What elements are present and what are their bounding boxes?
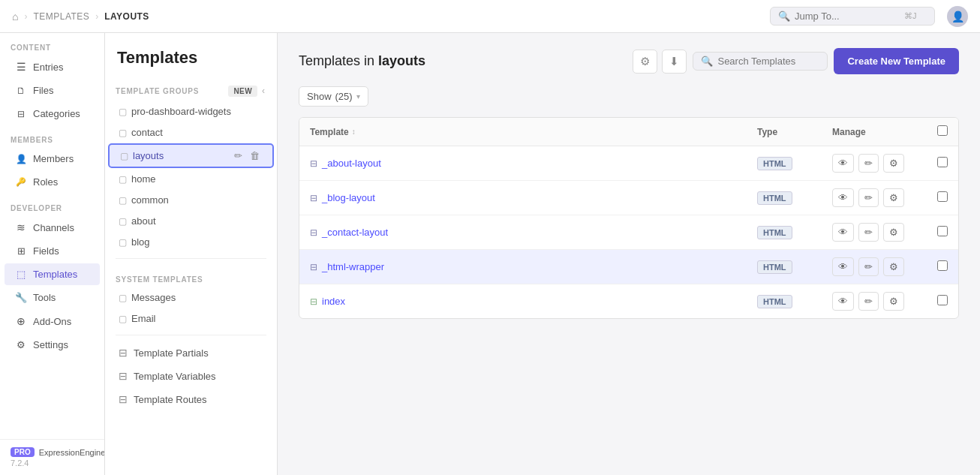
settings-button-index[interactable]: ⚙ (883, 292, 904, 311)
edit-button-_about-layout[interactable]: ✏ (858, 154, 879, 173)
sidebar-item-fields[interactable]: ⊞ Fields (5, 240, 100, 262)
edit-button-_html-wrapper[interactable]: ✏ (858, 257, 879, 276)
sidebar-item-settings[interactable]: ⚙ Settings (5, 334, 100, 356)
settings-gear-button[interactable]: ⚙ (633, 50, 657, 74)
system-group-email[interactable]: ▢ Email (108, 308, 274, 329)
edit-button-index[interactable]: ✏ (858, 292, 879, 311)
search-templates-box[interactable]: 🔍 (693, 52, 828, 71)
view-button-_about-layout[interactable]: 👁 (832, 154, 854, 173)
folder-icon-messages: ▢ (119, 293, 127, 303)
group-label-common: common (131, 194, 169, 206)
delete-group-button[interactable]: 🗑 (248, 149, 262, 162)
edit-button-_blog-layout[interactable]: ✏ (858, 188, 879, 207)
sidebar-item-files[interactable]: 🗋 Files (5, 80, 100, 101)
col-header-template[interactable]: Template ↕ (299, 118, 747, 146)
cell-check-index[interactable] (927, 284, 958, 319)
export-button[interactable]: ⬇ (662, 50, 687, 74)
row-checkbox-_blog-layout[interactable] (937, 191, 948, 202)
group-item-pro-dashboard-widgets[interactable]: ▢ pro-dashboard-widgets (108, 101, 274, 122)
sidebar-item-roles[interactable]: 🔑 Roles (5, 171, 100, 193)
cell-check-_blog-layout[interactable] (927, 181, 958, 215)
shortcut-badge: ⌘J (904, 11, 917, 21)
template-name-link-_contact-layout[interactable]: ⊟ _contact-layout (310, 227, 736, 238)
sidebar-item-addons[interactable]: ⊕ Add-Ons (5, 310, 100, 332)
row-checkbox-index[interactable] (937, 295, 948, 305)
sidebar-item-tools[interactable]: 🔧 Tools (5, 287, 100, 308)
layout-icon: ⊟ (310, 296, 317, 307)
table-row: ⊟ _about-layout HTML 👁 ✏ ⚙ (299, 146, 958, 181)
jump-to-input[interactable] (795, 11, 900, 22)
group-label-home: home (131, 173, 156, 185)
view-button-_contact-layout[interactable]: 👁 (832, 223, 854, 242)
create-template-button[interactable]: Create New Template (834, 48, 959, 74)
edit-button-_contact-layout[interactable]: ✏ (858, 223, 879, 242)
collapse-groups-button[interactable]: ‹ (260, 84, 266, 98)
cell-check-_about-layout[interactable] (927, 146, 958, 181)
addons-icon: ⊕ (15, 315, 27, 327)
group-item-about[interactable]: ▢ about (108, 211, 274, 231)
sidebar-item-templates[interactable]: ⬚ Templates (5, 263, 100, 285)
sidebar-footer: PRO ExpressionEngine 7.2.4 (0, 439, 104, 475)
type-badge-_blog-layout: HTML (757, 191, 792, 205)
system-group-messages[interactable]: ▢ Messages (108, 287, 274, 308)
settings-button-_contact-layout[interactable]: ⚙ (883, 223, 904, 242)
template-variables-label: Template Variables (134, 371, 216, 382)
routes-icon: ⊟ (119, 393, 128, 405)
middle-panel: Templates TEMPLATE GROUPS NEW ‹ ▢ pro-da… (105, 33, 278, 475)
edit-group-button[interactable]: ✏ (232, 149, 245, 162)
breadcrumb-layouts[interactable]: LAYOUTS (104, 11, 149, 22)
template-name-link-_blog-layout[interactable]: ⊟ _blog-layout (310, 192, 736, 203)
sidebar-section-members: MEMBERS (0, 125, 104, 147)
group-item-blog[interactable]: ▢ blog (108, 232, 274, 252)
cell-name-_about-layout: ⊟ _about-layout (299, 146, 747, 181)
template-icon: ⊟ (310, 262, 317, 272)
col-header-checkbox[interactable] (927, 118, 958, 146)
cell-type-_contact-layout: HTML (747, 215, 822, 250)
cell-name-index: ⊟ index (299, 284, 747, 319)
settings-button-_blog-layout[interactable]: ⚙ (883, 188, 904, 207)
template-name-link-index[interactable]: ⊟ index (310, 296, 736, 307)
folder-icon-contact: ▢ (119, 128, 127, 138)
select-all-checkbox[interactable] (937, 125, 948, 136)
row-checkbox-_contact-layout[interactable] (937, 226, 948, 236)
group-item-layouts[interactable]: ▢ layouts ✏ 🗑 (108, 143, 274, 168)
settings-button-_about-layout[interactable]: ⚙ (883, 154, 904, 173)
sidebar-item-entries[interactable]: ☰ Entries (5, 56, 100, 78)
show-count-button[interactable]: Show (25) ▾ (299, 86, 368, 107)
template-name-link-_html-wrapper[interactable]: ⊟ _html-wrapper (310, 261, 736, 272)
template-name-link-_about-layout[interactable]: ⊟ _about-layout (310, 158, 736, 169)
template-partials-label: Template Partials (134, 347, 209, 359)
toolbar: Show (25) ▾ (299, 86, 959, 107)
cell-check-_contact-layout[interactable] (927, 215, 958, 250)
group-item-contact[interactable]: ▢ contact (108, 122, 274, 143)
view-button-index[interactable]: 👁 (832, 292, 854, 311)
group-label-blog: blog (131, 236, 150, 248)
group-item-common[interactable]: ▢ common (108, 190, 274, 210)
home-icon[interactable]: ⌂ (12, 11, 18, 23)
jump-to-search[interactable]: 🔍 ⌘J (770, 7, 935, 26)
categories-icon: ⊟ (15, 109, 27, 119)
sidebar-item-members[interactable]: 👤 Members (5, 148, 100, 170)
new-group-button[interactable]: NEW (228, 86, 257, 97)
search-templates-input[interactable] (717, 56, 807, 67)
tools-icon: 🔧 (15, 292, 27, 303)
group-label-layouts: layouts (133, 150, 164, 161)
channels-icon: ≋ (15, 221, 27, 233)
template-routes-item[interactable]: ⊟ Template Routes (108, 388, 274, 410)
app-name: ExpressionEngine (39, 448, 105, 457)
view-button-_blog-layout[interactable]: 👁 (832, 188, 854, 207)
sidebar-item-channels[interactable]: ≋ Channels (5, 216, 100, 239)
row-checkbox-_html-wrapper[interactable] (937, 260, 948, 271)
view-button-_html-wrapper[interactable]: 👁 (832, 257, 854, 276)
row-checkbox-_about-layout[interactable] (937, 157, 948, 167)
settings-button-_html-wrapper[interactable]: ⚙ (883, 257, 904, 276)
group-item-home[interactable]: ▢ home (108, 169, 274, 189)
row-actions-_blog-layout: 👁 ✏ ⚙ (832, 188, 916, 207)
breadcrumb-templates[interactable]: TEMPLATES (33, 11, 89, 22)
sidebar-label-files: Files (33, 85, 53, 96)
sidebar-item-categories[interactable]: ⊟ Categories (5, 103, 100, 125)
template-variables-item[interactable]: ⊟ Template Variables (108, 365, 274, 387)
user-avatar[interactable]: 👤 (947, 6, 968, 27)
template-partials-item[interactable]: ⊟ Template Partials (108, 341, 274, 364)
cell-check-_html-wrapper[interactable] (927, 250, 958, 284)
